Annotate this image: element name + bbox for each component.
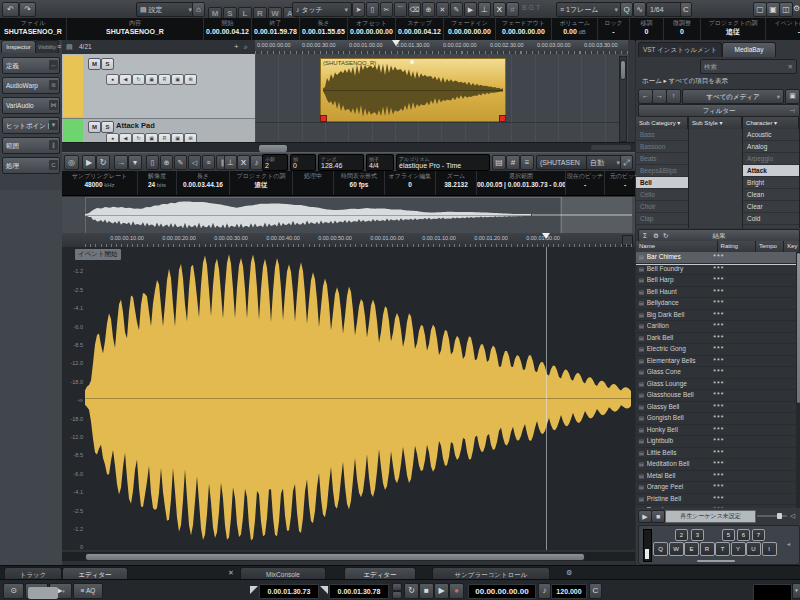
window-layout-1-button[interactable]: ▢ <box>753 2 767 17</box>
waveform-display[interactable]: 0-1.2-2.5-4.1-6.0-8.5-12.0-18.0-∞-18.0-1… <box>62 247 635 550</box>
track-control-button[interactable]: ● <box>106 74 119 85</box>
tab-mediabay[interactable]: MediaBay <box>722 42 776 57</box>
iterative-quantize-button[interactable]: ∿ <box>633 2 646 17</box>
result-row[interactable]: ▤Lightbulb*** <box>636 436 796 448</box>
erase-tool-icon[interactable]: ⌫ <box>408 2 421 17</box>
inspector-section-1[interactable]: AudioWarp≋ <box>2 77 60 94</box>
inspector-section-5[interactable]: 処理C <box>2 157 60 174</box>
tab-vst-instruments[interactable]: VST インストゥルメント <box>638 42 722 57</box>
inspector-section-2[interactable]: VariAudio⋈ <box>2 97 60 114</box>
setup-gear-button[interactable]: ⚙ <box>793 2 799 15</box>
filter-item[interactable]: Bright <box>743 177 799 189</box>
range-select-tool-icon[interactable]: ▯ <box>366 2 379 17</box>
result-row[interactable]: ▤Glasshouse Bell*** <box>636 390 796 402</box>
definition-field-0[interactable]: 小節2 <box>262 154 288 171</box>
infoline-5[interactable]: オフセット0.00.00.00.00 <box>348 18 396 40</box>
filter-item[interactable]: Choir <box>636 201 688 213</box>
filter-item[interactable]: Clap <box>636 213 688 225</box>
filter-item[interactable]: Clarinet <box>636 225 688 228</box>
result-row[interactable]: ▤Raspberry*** <box>636 505 796 508</box>
open-in-window-button[interactable]: ⤢ <box>620 155 633 170</box>
preview-sequence-display[interactable]: 再生シーケンス未設定 <box>665 510 756 523</box>
filter-item[interactable]: Clean <box>743 189 799 201</box>
mute-tool-icon[interactable]: ✕ <box>436 2 449 17</box>
result-row[interactable]: ▤Bell Harp*** <box>636 275 796 287</box>
filter-column-header[interactable]: Sub Style ▾ <box>689 117 742 129</box>
result-row[interactable]: ▤Bell Haunt*** <box>636 287 796 299</box>
ruler-options-button[interactable] <box>622 235 633 246</box>
results-column-header[interactable]: Tempo <box>756 241 784 252</box>
zoom-tool-icon[interactable]: ⊕ <box>422 2 435 17</box>
time-signature-button[interactable]: C <box>589 583 602 599</box>
slider-thumb[interactable] <box>777 513 782 519</box>
add-track-button[interactable]: + <box>234 42 239 51</box>
autoscroll-suspend-button[interactable]: ▾ <box>128 155 142 170</box>
play-button[interactable]: ▶ <box>434 583 449 599</box>
keyboard-scrollbar[interactable] <box>697 560 735 562</box>
editor-snap-x-button[interactable]: X <box>237 155 250 170</box>
zoom-tool-icon[interactable]: ⊕ <box>160 155 173 170</box>
preview-key-q[interactable]: Q <box>653 542 668 556</box>
result-row[interactable]: ▤Little Bells*** <box>636 448 796 460</box>
editor-ruler[interactable]: 0.00.00.10.000.00.00.20.000.00.00.30.000… <box>62 233 635 248</box>
editor-info-3[interactable]: プロジェクトの調追従 <box>230 171 293 195</box>
lock-button[interactable]: ⌂ <box>192 2 205 17</box>
track-solo-button[interactable]: S <box>101 58 114 70</box>
preview-stop-button[interactable]: ■ <box>651 510 665 523</box>
left-locator-display[interactable]: 0.00.01.30.73 <box>259 584 319 599</box>
preview-key-e[interactable]: E <box>684 542 699 556</box>
show-list-button[interactable]: ≡ <box>520 155 534 170</box>
editor-hscrollbar[interactable] <box>62 552 635 561</box>
sum-icon[interactable]: Σ <box>643 230 647 241</box>
infoline-4[interactable]: 長さ0.00.01.55.65 <box>300 18 348 40</box>
track-control-button[interactable]: ● <box>106 133 119 142</box>
gear-icon[interactable]: ⚙ <box>566 569 572 577</box>
color-mode-dropdown[interactable]: 自動▾ <box>586 155 624 170</box>
autoscroll-button[interactable]: → <box>114 155 128 170</box>
filter-column-header[interactable]: Sub Category ▾ <box>636 117 688 129</box>
track-control-button[interactable]: ↻ <box>132 133 145 142</box>
media-type-dropdown[interactable]: すべてのメディア ▾ <box>682 89 784 104</box>
preview-key-u[interactable]: U <box>746 542 761 556</box>
result-row[interactable]: ▤Gongish Bell*** <box>636 413 796 425</box>
track-control-button[interactable]: R <box>158 74 171 85</box>
editor-snap-button[interactable]: ⊥ <box>224 155 237 170</box>
track-control-button[interactable]: ▣ <box>145 74 158 85</box>
editor-info-0[interactable]: サンプリングレート48000 kHz <box>62 171 138 195</box>
setup-dropdown[interactable]: ▤ 設定▾ <box>136 2 196 17</box>
track-color-strip[interactable] <box>63 119 83 142</box>
track-control-button[interactable]: ⊞ <box>184 74 197 85</box>
editor-solo-button[interactable]: ◎ <box>64 155 79 170</box>
filter-column-header[interactable]: Character ▾ <box>743 117 799 129</box>
inspector-section-0[interactable]: 定義↔ <box>2 57 60 74</box>
result-row[interactable]: ▤Big Dark Bell*** <box>636 310 796 322</box>
grid-hash-button[interactable]: # <box>506 2 519 17</box>
result-row[interactable]: ▤Electric Gong*** <box>636 344 796 356</box>
preview-key-w[interactable]: W <box>669 542 684 556</box>
quantize-preset-dropdown[interactable]: 1/64 <box>646 2 684 17</box>
back-button[interactable]: ← <box>638 89 653 104</box>
filter-item[interactable]: Beats <box>636 153 688 165</box>
infoline-11[interactable]: 移調0 <box>630 18 664 40</box>
definition-field-2[interactable]: テンポ128.46 <box>318 154 364 171</box>
track-control-button[interactable]: ◀ <box>119 133 132 142</box>
quantize-button[interactable]: Q <box>620 2 633 17</box>
tab-inspector[interactable]: Inspector <box>1 40 36 53</box>
definition-field-3[interactable]: 拍子4/4 <box>366 154 394 171</box>
result-row[interactable]: ▤Pristine Bell*** <box>636 494 796 506</box>
infoline-13[interactable]: プロジェクトの調追従 <box>701 18 766 40</box>
result-row[interactable]: ▤Bellydance*** <box>636 298 796 310</box>
search-icon[interactable]: ⌕ <box>244 43 248 51</box>
locator-option-button[interactable] <box>392 583 402 591</box>
breadcrumb[interactable]: ホーム ▸ すべての項目を表示 <box>642 77 728 86</box>
auto-quantize-button[interactable]: ≡ AQ <box>73 583 103 599</box>
track-name[interactable]: Attack Pad <box>116 121 155 130</box>
results-column-header[interactable]: Rating <box>718 241 756 252</box>
result-row[interactable]: ▤Glass Cone*** <box>636 367 796 379</box>
project-playhead-marker[interactable] <box>392 40 400 46</box>
vertical-zoom-scrollbar[interactable] <box>619 56 627 142</box>
stop-button[interactable]: ■ <box>419 583 434 599</box>
close-icon[interactable]: ✕ <box>228 569 234 577</box>
tab-visibility[interactable]: Visibility <box>35 40 59 53</box>
menu-icon[interactable]: ≡ <box>57 43 61 50</box>
